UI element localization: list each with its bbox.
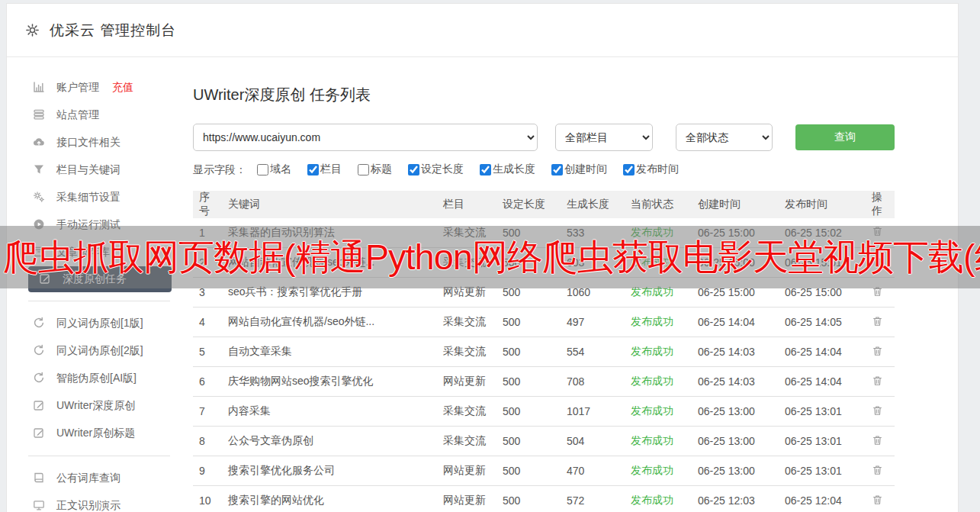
checkbox[interactable] xyxy=(551,164,563,175)
cell-gen-length: 554 xyxy=(561,337,625,367)
search-button[interactable]: 查询 xyxy=(795,124,895,150)
col-column: 栏目 xyxy=(437,191,496,218)
field-checkbox-发布时间[interactable]: 发布时间 xyxy=(623,163,679,176)
trash-icon[interactable] xyxy=(872,375,883,389)
checkbox[interactable] xyxy=(480,164,491,175)
sidebar-item-label: 同义词伪原创[2版] xyxy=(56,344,143,358)
field-checkbox-label: 创建时间 xyxy=(564,163,607,176)
cell-index: 10 xyxy=(193,486,222,512)
sidebar-item-label: 接口文件相关 xyxy=(56,136,120,150)
field-checkbox-设定长度[interactable]: 设定长度 xyxy=(408,163,464,176)
sidebar-item-uwriter-title[interactable]: UWriter原创标题 xyxy=(7,420,191,447)
cell-actions xyxy=(866,367,895,397)
cell-actions xyxy=(866,456,895,486)
trash-icon[interactable] xyxy=(872,315,883,330)
status-select[interactable]: 全部状态 xyxy=(676,124,773,151)
cell-keyword: 搜索引擎优化服务公司 xyxy=(222,456,437,486)
cell-gen-length: 504 xyxy=(561,427,625,456)
cell-published: 06-25 13:01 xyxy=(779,456,866,486)
cell-set-length: 500 xyxy=(496,486,561,512)
sidebar-item-label: 采集细节设置 xyxy=(56,191,120,204)
cell-published: 06-25 14:05 xyxy=(779,308,866,337)
sidebar-item-collect-settings[interactable]: 采集细节设置 xyxy=(7,184,191,211)
cell-status: 发布成功 xyxy=(625,308,692,337)
cloud-upload-icon xyxy=(33,136,45,150)
field-checkbox-生成长度[interactable]: 生成长度 xyxy=(480,163,535,176)
column-select[interactable]: 全部栏目 xyxy=(555,124,653,151)
display-fields-label: 显示字段： xyxy=(193,163,246,177)
table-row: 10 搜索引擎的网站优化 网站更新 500 572 发布成功 06-25 12:… xyxy=(193,486,895,512)
trash-icon[interactable] xyxy=(872,404,883,419)
sidebar-item-label: 栏目与关键词 xyxy=(56,163,120,177)
cell-status: 发布成功 xyxy=(625,367,692,397)
cell-published: 06-25 14:04 xyxy=(779,337,866,367)
cell-status: 发布成功 xyxy=(625,427,692,456)
col-index: 序号 xyxy=(193,191,222,218)
cell-column: 采集交流 xyxy=(437,308,496,337)
col-keyword: 关键词 xyxy=(222,191,437,218)
checkbox[interactable] xyxy=(623,164,635,175)
col-published: 发布时间 xyxy=(779,191,866,218)
checkbox[interactable] xyxy=(408,164,419,175)
gear-icon xyxy=(25,23,40,37)
cell-column: 采集交流 xyxy=(437,397,496,427)
table-row: 7 内容采集 采集交流 500 1017 发布成功 06-25 13:00 06… xyxy=(193,397,895,427)
cell-index: 4 xyxy=(193,308,222,337)
cell-published: 06-25 12:04 xyxy=(779,486,866,512)
cell-gen-length: 572 xyxy=(561,486,625,512)
display-fields-row: 显示字段： 域名栏目标题设定长度生成长度创建时间发布时间 xyxy=(193,163,958,178)
trash-icon[interactable] xyxy=(872,345,883,359)
recharge-badge[interactable]: 充值 xyxy=(112,81,133,95)
page-title: UWriter深度原创 任务列表 xyxy=(193,85,958,105)
cell-created: 06-25 12:03 xyxy=(692,486,779,512)
sidebar-item-sites[interactable]: 站点管理 xyxy=(7,101,191,129)
gears-icon xyxy=(33,191,45,205)
site-select[interactable]: https://www.ucaiyun.com xyxy=(193,124,538,151)
cell-keyword: 公众号文章伪原创 xyxy=(222,427,437,456)
sidebar-item-public-lexicon[interactable]: 公有词库查询 xyxy=(7,465,191,492)
trash-icon[interactable] xyxy=(872,464,883,478)
sidebar-item-account[interactable]: 账户管理 充值 xyxy=(7,74,191,101)
sidebar-item-label: UWriter深度原创 xyxy=(56,399,135,413)
refresh-icon xyxy=(33,317,45,331)
trash-icon[interactable] xyxy=(872,434,883,449)
sidebar-item-synonym-v2[interactable]: 同义词伪原创[2版] xyxy=(7,337,191,365)
cell-created: 06-25 14:04 xyxy=(692,308,779,337)
sidebar-divider xyxy=(28,456,170,456)
sidebar-item-label: 公有词库查询 xyxy=(56,472,120,485)
cell-set-length: 500 xyxy=(496,367,561,397)
cell-gen-length: 708 xyxy=(561,367,625,397)
field-checkbox-创建时间[interactable]: 创建时间 xyxy=(551,163,607,176)
checkbox[interactable] xyxy=(257,164,268,175)
edit-icon xyxy=(33,427,45,441)
sidebar-item-synonym-v1[interactable]: 同义词伪原创[1版] xyxy=(7,310,191,337)
col-gen-length: 生成长度 xyxy=(561,191,625,218)
sidebar-item-interface-files[interactable]: 接口文件相关 xyxy=(7,129,191,156)
cell-column: 网站更新 xyxy=(437,367,496,397)
filter-bar: https://www.ucaiyun.com 全部栏目 全部状态 查询 xyxy=(193,124,958,151)
cell-keyword: 内容采集 xyxy=(222,397,437,427)
sidebar-item-uwriter-deep[interactable]: UWriter深度原创 xyxy=(7,392,191,420)
trash-icon[interactable] xyxy=(872,494,883,508)
table-row: 6 庆华购物网站seo搜索引擎优化 网站更新 500 708 发布成功 06-2… xyxy=(193,367,895,397)
field-checkbox-域名[interactable]: 域名 xyxy=(257,163,291,176)
cell-keyword: 自动文章采集 xyxy=(222,337,437,367)
field-checkbox-栏目[interactable]: 栏目 xyxy=(307,163,342,176)
table-row: 9 搜索引擎优化服务公司 网站更新 500 470 发布成功 06-25 13:… xyxy=(193,456,895,486)
sidebar-item-body-recognition[interactable]: 正文识别演示 xyxy=(7,492,191,512)
field-checkbox-label: 栏目 xyxy=(320,163,342,176)
cell-created: 06-25 13:00 xyxy=(692,456,779,486)
checkbox[interactable] xyxy=(358,164,369,175)
cell-index: 8 xyxy=(193,427,222,456)
col-status: 当前状态 xyxy=(625,191,692,218)
sidebar-item-ai-rewrite[interactable]: 智能伪原创[AI版] xyxy=(7,365,191,392)
cell-status: 发布成功 xyxy=(625,337,692,367)
checkbox[interactable] xyxy=(307,164,319,175)
cell-actions xyxy=(866,427,895,456)
cell-gen-length: 1017 xyxy=(561,397,625,427)
cell-published: 06-25 13:01 xyxy=(779,397,866,427)
cell-index: 5 xyxy=(193,337,222,367)
sidebar-item-columns-keywords[interactable]: 栏目与关键词 xyxy=(7,156,191,184)
field-checkbox-标题[interactable]: 标题 xyxy=(358,163,392,176)
book-icon xyxy=(33,472,45,486)
